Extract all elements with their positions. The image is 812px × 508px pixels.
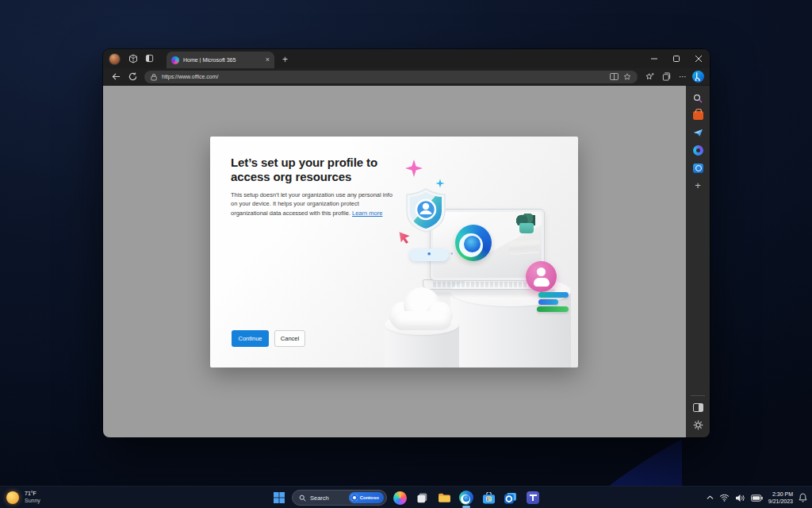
sidebar-shopping-icon[interactable] [691, 110, 705, 121]
favorites-icon[interactable] [642, 70, 657, 84]
search-placeholder: Search [310, 495, 345, 502]
desktop: Home | Microsoft 365 × + https://www.off… [0, 0, 812, 508]
person-avatar-badge [526, 261, 557, 292]
tray-chevron-icon[interactable] [707, 495, 714, 500]
tab-title: Home | Microsoft 365 [183, 57, 262, 63]
cancel-button[interactable]: Cancel [274, 330, 305, 347]
clock[interactable]: 2:30 PM 9/21/2023 [768, 491, 793, 505]
tab-actions-icon[interactable] [141, 50, 157, 67]
clock-time: 2:30 PM [768, 491, 793, 498]
browser-window: Home | Microsoft 365 × + https://www.off… [103, 49, 710, 437]
contoso-logo [351, 495, 358, 501]
system-tray: 2:30 PM 9/21/2023 [707, 487, 807, 508]
back-icon[interactable] [109, 70, 123, 84]
weather-widget[interactable]: 71°F Sunny [6, 487, 40, 508]
sidebar-toggle-icon[interactable] [691, 402, 705, 414]
battery-icon[interactable] [751, 495, 763, 502]
refresh-icon[interactable] [125, 70, 140, 84]
close-button[interactable] [688, 49, 710, 68]
taskbar: 71°F Sunny Search Contoso [0, 486, 812, 508]
browser-toolbar: https://www.office.com/ ⋯ [103, 68, 710, 86]
collections-icon[interactable] [659, 70, 673, 84]
more-menu-icon[interactable]: ⋯ [676, 70, 690, 84]
sidebar-games-icon[interactable] [691, 144, 705, 156]
browser-tab[interactable]: Home | Microsoft 365 × [167, 52, 274, 68]
lock-icon [151, 73, 157, 81]
edge-sidebar: + [686, 86, 710, 437]
taskbar-center: Search Contoso [270, 487, 542, 508]
podium-small [385, 325, 459, 368]
page-content: *** * Let’s set up your profile to acces… [103, 86, 686, 437]
edge-logo [455, 225, 492, 261]
file-explorer-icon[interactable] [435, 487, 454, 508]
password-pill: *** [409, 248, 449, 261]
dialog-title: Let’s set up your profile to access org … [231, 156, 404, 183]
browser-titlebar: Home | Microsoft 365 × + [103, 49, 710, 68]
browser-content: *** * Let’s set up your profile to acces… [103, 86, 710, 437]
profile-avatar[interactable] [109, 53, 121, 65]
outlook-icon[interactable] [501, 487, 520, 508]
add-favorite-icon[interactable] [623, 73, 631, 81]
security-shield-avatar [405, 187, 446, 233]
sparkle-icon [404, 159, 423, 178]
contoso-badge[interactable]: Contoso [349, 492, 384, 503]
cloud [389, 286, 454, 332]
address-bar[interactable]: https://www.office.com/ [144, 71, 638, 83]
color-bar [538, 292, 569, 298]
sidebar-outlook-icon[interactable] [691, 162, 705, 174]
task-view-icon[interactable] [412, 487, 431, 508]
volume-icon[interactable] [735, 494, 745, 502]
color-bar [538, 299, 558, 305]
copilot-icon[interactable] [390, 487, 409, 508]
sparkle-icon [435, 179, 445, 188]
dialog-body: This setup doesn’t let your organization… [231, 190, 394, 217]
split-screen-icon[interactable] [610, 73, 619, 80]
settings-gear-icon[interactable] [691, 419, 705, 431]
microsoft365-favicon [171, 56, 179, 64]
continue-button[interactable]: Continue [232, 330, 269, 347]
minimize-button[interactable] [643, 49, 665, 68]
notification-bell-icon[interactable] [799, 493, 807, 502]
sidebar-drop-icon[interactable] [691, 127, 705, 139]
search-icon [299, 495, 306, 502]
setup-dialog: *** * Let’s set up your profile to acces… [210, 137, 578, 368]
teams-icon[interactable] [523, 487, 542, 508]
podium-large [450, 291, 571, 368]
learn-more-link[interactable]: Learn more [352, 210, 382, 217]
maximize-button[interactable] [665, 49, 688, 68]
plant [516, 214, 535, 225]
sidebar-divider [691, 395, 705, 396]
new-tab-button[interactable]: + [282, 55, 288, 64]
sidebar-search-icon[interactable] [691, 92, 705, 104]
sidebar-add-icon[interactable]: + [691, 179, 705, 191]
weather-condition: Sunny [25, 498, 40, 505]
taskbar-search[interactable]: Search Contoso [292, 490, 387, 506]
wifi-icon[interactable] [719, 494, 730, 502]
tab-close-icon[interactable]: × [266, 56, 270, 64]
workspaces-icon[interactable] [125, 50, 141, 67]
color-bar [537, 306, 569, 312]
clock-date: 9/21/2023 [768, 498, 793, 505]
weather-temp: 71°F [25, 491, 40, 498]
laptop [419, 289, 555, 292]
bing-chat-icon[interactable] [692, 71, 704, 83]
cursor-icon [399, 230, 413, 246]
microsoft-store-icon[interactable] [479, 487, 498, 508]
edge-browser-icon[interactable] [457, 487, 476, 508]
window-controls [643, 49, 710, 68]
start-button[interactable] [270, 487, 289, 508]
url-text: https://www.office.com/ [162, 74, 605, 79]
sun-icon [6, 491, 19, 504]
